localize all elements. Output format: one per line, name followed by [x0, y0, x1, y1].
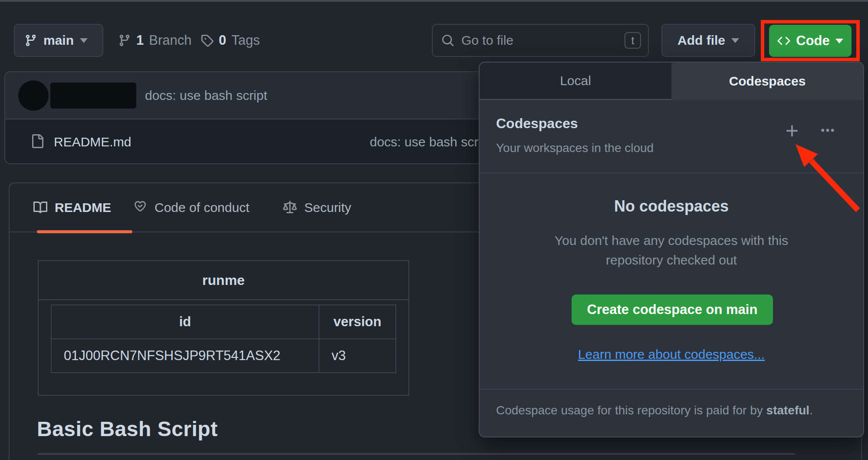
code-of-conduct-icon	[133, 199, 147, 216]
empty-state-text-line1: You don't have any codespaces with this	[480, 233, 863, 248]
tab-codespaces[interactable]: Codespaces	[671, 63, 863, 100]
tag-count-label: Tags	[231, 33, 260, 48]
tab-security[interactable]: Security	[283, 183, 351, 232]
codespaces-header: Codespaces Your workspaces in the cloud …	[480, 100, 863, 173]
frontmatter-inner-table: id version 01J00RCN7NFSHSJP9RT541ASX2 v3	[51, 304, 396, 373]
tag-count: 0	[219, 33, 226, 48]
keyboard-shortcut-hint: t	[625, 32, 641, 49]
column-header-id: id	[51, 305, 319, 339]
codespaces-options-button[interactable]	[815, 119, 840, 143]
git-branch-icon	[24, 34, 37, 47]
go-to-file-search[interactable]: t	[432, 24, 649, 57]
tags-summary[interactable]: 0 Tags	[201, 32, 260, 49]
add-file-label: Add file	[677, 33, 725, 48]
panel-tab-list: Local Codespaces	[480, 63, 863, 100]
avatar[interactable]	[18, 80, 49, 111]
git-branch-icon	[118, 34, 131, 47]
current-branch-label: main	[43, 33, 74, 48]
branch-selector-button[interactable]: main	[14, 24, 103, 57]
plus-icon: +	[786, 119, 799, 142]
tab-security-label: Security	[304, 200, 351, 215]
empty-state-text-line2: repository checked out	[480, 253, 863, 268]
add-file-button[interactable]: Add file	[661, 24, 755, 57]
chevron-down-icon	[80, 38, 88, 43]
tab-codespaces-label: Codespaces	[729, 74, 806, 89]
billing-org-name: stateful	[766, 404, 810, 417]
readme-heading: Basic Bash Script	[37, 417, 218, 441]
code-icon	[777, 34, 790, 47]
author-name-redaction	[50, 83, 136, 109]
create-codespace-button[interactable]: Create codespace on main	[572, 295, 773, 325]
tab-readme-label: README	[55, 200, 111, 215]
branch-count: 1	[136, 33, 144, 48]
top-divider	[0, 0, 868, 2]
book-icon	[33, 201, 47, 215]
chevron-down-icon	[731, 38, 739, 43]
chevron-down-icon	[835, 39, 843, 43]
code-button[interactable]: Code	[769, 25, 852, 57]
branches-summary[interactable]: 1 Branch	[118, 32, 191, 49]
kebab-icon	[820, 123, 835, 139]
codespaces-subtitle: Your workspaces in the cloud	[496, 141, 654, 155]
tab-local[interactable]: Local	[480, 63, 671, 100]
cell-id-value: 01J00RCN7NFSHSJP9RT541ASX2	[51, 339, 319, 373]
column-header-version: version	[319, 305, 396, 339]
tab-code-of-conduct-label: Code of conduct	[155, 200, 249, 215]
learn-more-link[interactable]: Learn more about codespaces...	[480, 347, 863, 362]
heading-divider	[38, 453, 795, 455]
code-dropdown-panel: Local Codespaces Codespaces Your workspa…	[479, 62, 864, 437]
file-icon	[30, 134, 44, 148]
commit-message[interactable]: docs: use bash script	[145, 72, 267, 119]
file-commit-message[interactable]: docs: use bash script	[370, 119, 492, 164]
tab-local-label: Local	[560, 73, 591, 88]
panel-divider	[480, 172, 863, 173]
table-title-cell: runme	[39, 261, 408, 300]
codespaces-title: Codespaces	[496, 116, 578, 132]
go-to-file-input[interactable]	[461, 33, 618, 48]
cell-version-value: v3	[319, 339, 396, 373]
tab-code-of-conduct[interactable]: Code of conduct	[133, 183, 249, 232]
tag-icon	[201, 34, 214, 47]
code-button-label: Code	[796, 33, 830, 49]
panel-divider	[480, 389, 863, 390]
empty-state-title: No codespaces	[480, 197, 863, 215]
new-codespace-button[interactable]: +	[780, 119, 804, 143]
search-icon	[441, 34, 454, 47]
table-row: 01J00RCN7NFSHSJP9RT541ASX2 v3	[51, 339, 396, 373]
active-tab-underline	[37, 230, 132, 233]
branch-count-label: Branch	[149, 33, 191, 48]
tab-readme[interactable]: README	[33, 183, 111, 232]
file-name[interactable]: README.md	[54, 119, 131, 164]
law-icon	[283, 201, 297, 215]
frontmatter-table: runme id version 01J00RCN7NFSHSJP9RT541A…	[38, 260, 409, 396]
codespace-usage-footer: Codespace usage for this repository is p…	[496, 404, 848, 417]
